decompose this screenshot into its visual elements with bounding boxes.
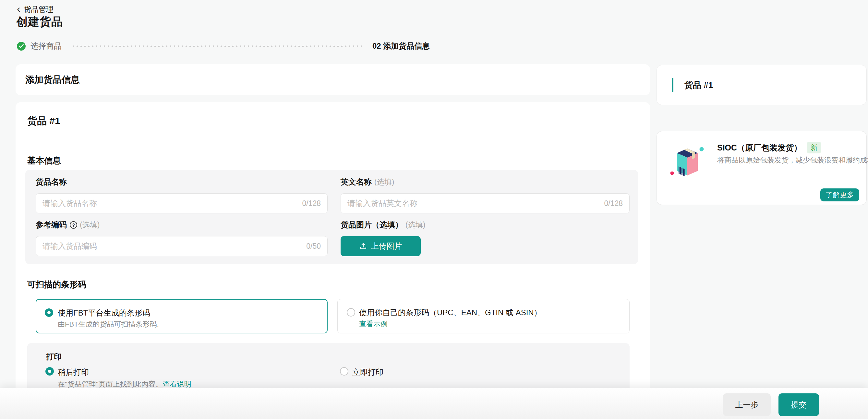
radio-selected-icon[interactable] xyxy=(45,309,53,317)
name-field-label: 货品名称 xyxy=(36,177,67,187)
english-input-box: 0/128 xyxy=(341,193,629,214)
breadcrumb-label: 货品管理 xyxy=(24,4,54,14)
stepper-dotted-line xyxy=(71,45,363,47)
learn-more-button[interactable]: 了解更多 xyxy=(820,188,859,201)
upload-image-button[interactable]: 上传图片 xyxy=(341,236,421,256)
barcode-option-fbt[interactable]: 使用FBT平台生成的条形码 由FBT生成的货品可扫描条形码。 xyxy=(36,299,328,333)
image-field-label: 货品图片（选填） (选填) xyxy=(341,220,425,230)
package-box-icon xyxy=(669,144,706,179)
add-info-card: 添加货品信息 xyxy=(16,64,650,95)
new-badge: 新 xyxy=(807,142,821,153)
item-title: 货品 #1 xyxy=(27,115,60,128)
back-chevron-icon: ‹ xyxy=(17,5,21,13)
name-input[interactable] xyxy=(36,194,327,213)
upload-icon xyxy=(360,242,367,250)
view-instructions-link[interactable]: 查看说明 xyxy=(163,380,191,388)
english-name-label: 英文名称 (选填) xyxy=(341,177,394,187)
print-now-label[interactable]: 立即打印 xyxy=(352,367,383,378)
item-indicator-bar xyxy=(672,78,673,92)
ref-counter: 0/50 xyxy=(306,242,321,251)
barcode-heading: 可扫描的条形码 xyxy=(27,279,86,290)
ref-code-label: 参考编码 ? (选填) xyxy=(36,220,100,230)
stepper-step1-label: 选择商品 xyxy=(30,41,62,51)
sioc-promo-card: SIOC（原厂包装发货） 新 将商品以原始包装发货，减少包装浪费和履约成本 了解… xyxy=(656,131,867,205)
breadcrumb-back[interactable]: ‹ 货品管理 xyxy=(17,4,54,14)
ref-input[interactable] xyxy=(36,236,327,256)
name-counter: 0/128 xyxy=(302,199,321,208)
sidebar-item-card[interactable]: 货品 #1 xyxy=(656,65,867,105)
print-heading: 打印 xyxy=(46,352,62,362)
item-form-card: 货品 #1 基本信息 货品名称 0/128 英文名称 (选填) 0/128 参考… xyxy=(16,102,650,419)
stepper-step2-label: 02 添加货品信息 xyxy=(372,41,430,51)
sioc-description: 将商品以原始包装发货，减少包装浪费和履约成本 xyxy=(717,155,868,165)
print-later-radio-icon[interactable] xyxy=(45,367,54,376)
basic-info-heading: 基本信息 xyxy=(27,155,61,166)
submit-button[interactable]: 提交 xyxy=(778,393,819,416)
sidebar-item-title: 货品 #1 xyxy=(684,79,713,91)
english-optional-hint: (选填) xyxy=(374,177,394,187)
page-title: 创建货品 xyxy=(16,14,63,30)
help-icon[interactable]: ? xyxy=(70,221,77,229)
sioc-title: SIOC（原厂包装发货） xyxy=(717,142,802,153)
barcode-option-own[interactable]: 使用你自己的条形码（UPC、EAN、GTIN 或 ASIN） 查看示例 xyxy=(337,299,629,333)
image-optional-hint: (选填) xyxy=(405,220,425,230)
stepper: 选择商品 02 添加货品信息 xyxy=(17,41,430,51)
add-info-title: 添加货品信息 xyxy=(25,74,80,86)
print-now-radio-icon[interactable] xyxy=(340,367,348,376)
english-counter: 0/128 xyxy=(604,199,623,208)
check-circle-icon xyxy=(17,42,26,51)
english-input[interactable] xyxy=(341,194,629,213)
view-example-link[interactable]: 查看示例 xyxy=(359,319,388,329)
name-input-box: 0/128 xyxy=(36,193,328,214)
basic-info-panel: 货品名称 0/128 英文名称 (选填) 0/128 参考编码 ? (选填) 0… xyxy=(25,170,638,264)
ref-input-box: 0/50 xyxy=(36,236,328,256)
print-later-label[interactable]: 稍后打印 xyxy=(58,367,89,378)
ref-optional-hint: (选填) xyxy=(80,220,100,230)
barcode-fbt-description: 由FBT生成的货品可扫描条形码。 xyxy=(58,319,164,329)
radio-unselected-icon[interactable] xyxy=(347,308,355,317)
prev-step-button[interactable]: 上一步 xyxy=(723,393,771,416)
footer-bar: 上一步 提交 xyxy=(0,388,868,419)
